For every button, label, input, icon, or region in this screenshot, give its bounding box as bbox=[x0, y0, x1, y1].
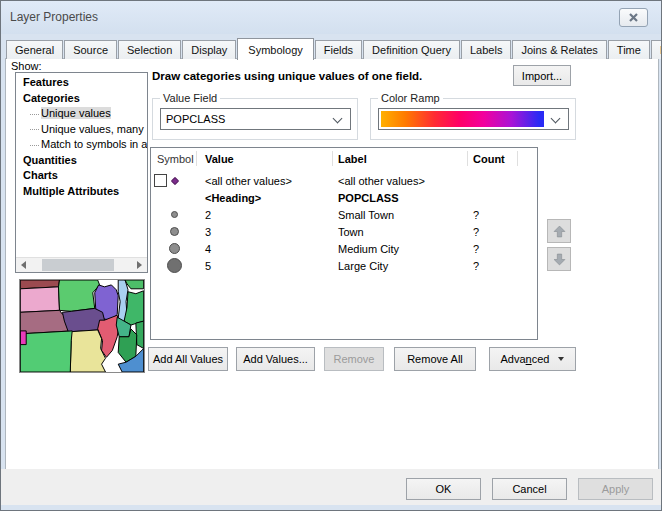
value-field-group: Value Field POPCLASS bbox=[152, 98, 358, 140]
table-row[interactable]: <Heading> POPCLASS bbox=[151, 189, 537, 206]
tree-connector bbox=[30, 145, 39, 146]
sidebar-item-unique-values-many[interactable]: Unique values, many bbox=[16, 122, 147, 138]
tab-strip: General Source Selection Display Symbolo… bbox=[6, 37, 662, 59]
sidebar-item-quantities[interactable]: Quantities bbox=[16, 153, 147, 169]
cancel-button[interactable]: Cancel bbox=[492, 478, 567, 500]
all-other-values-checkbox[interactable] bbox=[154, 174, 167, 187]
table-row[interactable]: 2 Small Town ? bbox=[151, 206, 537, 223]
tab-symbology[interactable]: Symbology bbox=[237, 38, 313, 60]
close-button[interactable] bbox=[619, 8, 648, 27]
tab-labels[interactable]: Labels bbox=[461, 40, 511, 59]
up-arrow-icon bbox=[553, 225, 566, 238]
symbol-table: Symbol Value Label Count <all other valu… bbox=[150, 147, 538, 340]
chevron-down-icon bbox=[551, 114, 561, 124]
tab-definition-query[interactable]: Definition Query bbox=[363, 40, 460, 59]
color-ramp-select[interactable] bbox=[378, 108, 569, 130]
move-down-button[interactable] bbox=[547, 247, 571, 271]
apply-button: Apply bbox=[578, 478, 653, 500]
chevron-down-icon bbox=[333, 114, 343, 124]
tab-time[interactable]: Time bbox=[608, 40, 650, 59]
tab-general[interactable]: General bbox=[6, 40, 63, 59]
header-count: Count bbox=[468, 151, 518, 166]
add-all-values-button[interactable]: Add All Values bbox=[148, 347, 228, 371]
table-header: Symbol Value Label Count bbox=[151, 148, 537, 169]
window-title: Layer Properties bbox=[10, 10, 98, 24]
tree-horizontal-scrollbar[interactable] bbox=[16, 257, 147, 272]
tree-connector bbox=[30, 129, 39, 130]
table-row[interactable]: 5 Large City ? bbox=[151, 257, 537, 274]
tab-joins-relates[interactable]: Joins & Relates bbox=[512, 40, 606, 59]
sidebar-item-categories[interactable]: Categories bbox=[16, 91, 147, 107]
ok-button[interactable]: OK bbox=[406, 478, 481, 500]
tab-display[interactable]: Display bbox=[182, 40, 236, 59]
scroll-left-icon bbox=[21, 261, 26, 269]
dropdown-arrow-icon bbox=[558, 357, 564, 361]
symbology-tab-page: Show: Features Categories Unique values … bbox=[5, 58, 659, 470]
value-field-label: Value Field bbox=[160, 92, 220, 104]
header-value: Value bbox=[197, 151, 333, 166]
layer-properties-dialog: Layer Properties General Source Selectio… bbox=[0, 0, 662, 511]
scrollbar-thumb[interactable] bbox=[42, 259, 114, 271]
remove-button: Remove bbox=[324, 347, 384, 371]
show-tree: Features Categories Unique values Unique… bbox=[15, 72, 148, 273]
table-row[interactable]: 3 Town ? bbox=[151, 223, 537, 240]
color-ramp-gradient bbox=[381, 111, 544, 127]
circle-symbol-icon bbox=[170, 227, 179, 236]
advanced-button[interactable]: Advanced bbox=[489, 347, 576, 371]
sidebar-item-multiple-attributes[interactable]: Multiple Attributes bbox=[16, 184, 147, 200]
tab-html-popup[interactable]: HTML Popup bbox=[651, 40, 662, 59]
value-field-value: POPCLASS bbox=[166, 113, 225, 125]
sidebar-item-features[interactable]: Features bbox=[16, 75, 147, 91]
title-bar[interactable]: Layer Properties bbox=[1, 1, 661, 34]
color-ramp-label: Color Ramp bbox=[378, 92, 443, 104]
remove-all-button[interactable]: Remove All bbox=[394, 347, 476, 371]
down-arrow-icon bbox=[553, 253, 566, 266]
header-label: Label bbox=[333, 151, 468, 166]
circle-symbol-icon bbox=[171, 211, 178, 218]
scroll-right-button[interactable] bbox=[132, 258, 147, 272]
scroll-right-icon bbox=[137, 261, 142, 269]
tree-connector bbox=[30, 114, 39, 115]
add-values-button[interactable]: Add Values... bbox=[236, 347, 315, 371]
draw-method-heading: Draw categories using unique values of o… bbox=[152, 70, 422, 82]
map-preview bbox=[19, 279, 145, 373]
import-button[interactable]: Import... bbox=[513, 65, 571, 86]
tab-source[interactable]: Source bbox=[64, 40, 117, 59]
table-row[interactable]: 4 Medium City ? bbox=[151, 240, 537, 257]
header-symbol: Symbol bbox=[151, 151, 197, 166]
move-up-button[interactable] bbox=[547, 219, 571, 243]
scroll-left-button[interactable] bbox=[16, 258, 31, 272]
circle-symbol-icon bbox=[167, 258, 182, 273]
sidebar-item-unique-values[interactable]: Unique values bbox=[16, 106, 147, 122]
tab-selection[interactable]: Selection bbox=[118, 40, 181, 59]
value-field-select[interactable]: POPCLASS bbox=[160, 108, 351, 130]
sidebar-item-charts[interactable]: Charts bbox=[16, 168, 147, 184]
color-ramp-group: Color Ramp bbox=[370, 98, 576, 140]
circle-symbol-icon bbox=[169, 243, 180, 254]
close-icon bbox=[628, 12, 639, 23]
tab-fields[interactable]: Fields bbox=[315, 40, 362, 59]
table-row[interactable]: <all other values> <all other values> bbox=[151, 172, 537, 189]
point-symbol-icon bbox=[171, 176, 179, 184]
sidebar-item-match-symbols[interactable]: Match to symbols in a bbox=[16, 137, 147, 153]
show-label: Show: bbox=[11, 60, 42, 72]
